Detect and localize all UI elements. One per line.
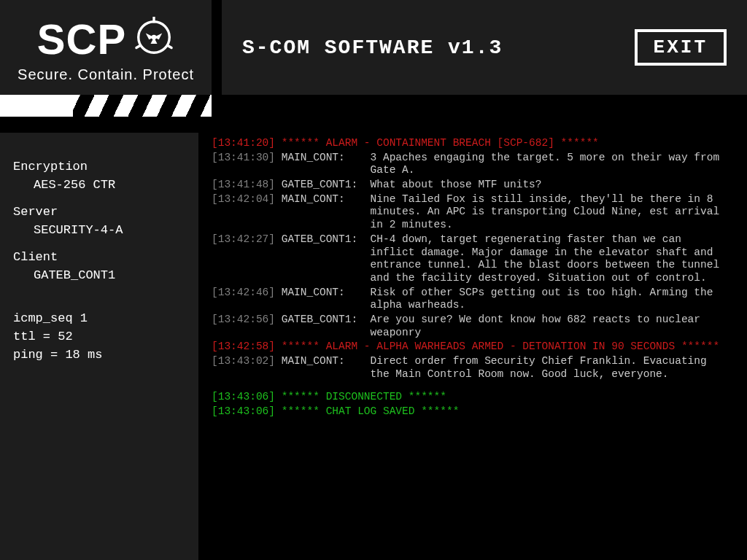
encryption-label: Encryption (13, 159, 185, 176)
decorative-stripe (0, 95, 747, 133)
encryption-value: AES-256 CTR (13, 177, 185, 194)
logo-tagline: Secure. Contain. Protect (18, 66, 194, 83)
log-timestamp: [13:42:04] (212, 193, 282, 232)
log-timestamp: [13:43:06] (212, 391, 282, 404)
server-value: SECURITY-4-A (13, 222, 185, 239)
client-label: Client (13, 249, 185, 266)
log-message: What about those MTF units? (371, 179, 542, 192)
log-timestamp: [13:41:48] (212, 179, 282, 192)
log-speaker: MAIN_CONT: (282, 193, 371, 232)
log-speaker: GATEB_CONT1: (282, 179, 371, 192)
log-speaker: GATEB_CONT1: (282, 314, 371, 339)
log-line: [13:41:30] MAIN_CONT: 3 Apaches engaging… (212, 152, 731, 177)
scp-logo-icon (133, 17, 174, 61)
log-line: [13:41:20] ****** ALARM - CONTAINMENT BR… (212, 137, 731, 150)
log-timestamp: [13:43:02] (212, 355, 282, 381)
log-speaker: MAIN_CONT: (282, 152, 371, 177)
log-message: Nine Tailed Fox is still inside, they'll… (371, 193, 731, 232)
log-timestamp: [13:42:27] (212, 233, 282, 285)
app-title: S-COM SOFTWARE v1.3 (242, 36, 503, 59)
title-bar: S-COM SOFTWARE v1.3 EXIT (222, 0, 747, 95)
log-message: ****** ALARM - ALPHA WARHEADS ARMED - DE… (282, 341, 719, 354)
log-line: [13:43:06] ****** CHAT LOG SAVED ****** (212, 405, 731, 419)
svg-line-3 (168, 45, 172, 47)
log-message: 3 Apaches engaging the target. 5 more on… (371, 152, 731, 177)
svg-line-2 (136, 45, 141, 47)
log-line: [13:42:58] ****** ALARM - ALPHA WARHEADS… (212, 341, 731, 354)
log-line: [13:43:02] MAIN_CONT: Direct order from … (212, 355, 731, 381)
ttl: ttl = 52 (13, 329, 185, 346)
log-speaker: GATEB_CONT1: (282, 233, 371, 285)
log-line: [13:42:56] GATEB_CONT1: Are you sure? We… (212, 314, 731, 339)
log-message: ****** ALARM - CONTAINMENT BREACH [SCP-6… (282, 137, 599, 150)
log-message: Are you sure? We dont know how 682 react… (371, 314, 731, 339)
log-line: [13:42:27] GATEB_CONT1: CH-4 down, targe… (212, 233, 731, 285)
log-timestamp: [13:42:58] (212, 341, 282, 354)
connection-info-panel: Encryption AES-256 CTR Server SECURITY-4… (0, 133, 198, 560)
exit-button[interactable]: EXIT (635, 29, 727, 66)
log-line: [13:41:48] GATEB_CONT1: What about those… (212, 179, 731, 192)
log-message: ****** CHAT LOG SAVED ****** (282, 405, 460, 419)
log-timestamp: [13:41:20] (212, 137, 282, 150)
log-timestamp: [13:43:06] (212, 405, 282, 419)
log-speaker: MAIN_CONT: (282, 355, 371, 381)
client-value: GATEB_CONT1 (13, 268, 185, 284)
log-line: [13:43:06] ****** DISCONNECTED ****** (212, 391, 731, 404)
log-message: Risk of other SCPs getting out is too hi… (371, 287, 731, 312)
log-message: Direct order from Security Chief Frankli… (371, 355, 731, 381)
ping: ping = 18 ms (13, 347, 185, 364)
icmp-seq: icmp_seq 1 (13, 311, 185, 327)
log-line: [13:42:46] MAIN_CONT: Risk of other SCPs… (212, 287, 731, 312)
log-line: [13:42:04] MAIN_CONT: Nine Tailed Fox is… (212, 193, 731, 232)
log-message: CH-4 down, target regenerating faster th… (371, 233, 731, 285)
server-label: Server (13, 204, 185, 221)
log-timestamp: [13:41:30] (212, 152, 282, 177)
log-speaker: MAIN_CONT: (282, 287, 371, 312)
log-timestamp: [13:42:46] (212, 287, 282, 312)
logo-acronym: SCP (37, 15, 126, 63)
chat-log: [13:41:20] ****** ALARM - CONTAINMENT BR… (209, 133, 747, 560)
log-message: ****** DISCONNECTED ****** (282, 391, 446, 404)
logo-box: SCP (0, 0, 212, 95)
log-timestamp: [13:42:56] (212, 314, 282, 339)
